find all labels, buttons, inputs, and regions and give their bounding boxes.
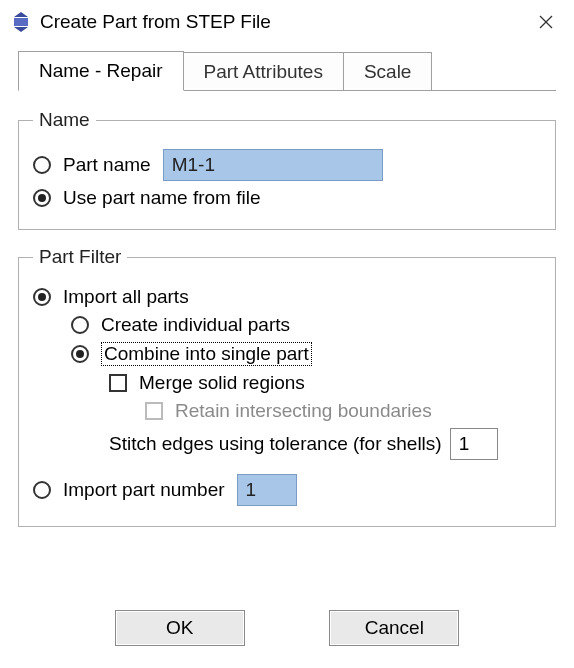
- row-retain-boundaries: Retain intersecting boundaries: [145, 400, 541, 422]
- svg-marker-2: [14, 27, 28, 32]
- radio-part-name[interactable]: [33, 156, 51, 174]
- tab-label: Scale: [364, 61, 412, 82]
- label-stitch-tolerance: Stitch edges using tolerance (for shells…: [109, 433, 442, 455]
- radio-import-number[interactable]: [33, 481, 51, 499]
- close-button[interactable]: [524, 0, 568, 44]
- ok-button-label: OK: [166, 617, 193, 639]
- tab-label: Name - Repair: [39, 60, 163, 81]
- app-icon: [10, 11, 32, 33]
- radio-use-file-name[interactable]: [33, 189, 51, 207]
- row-import-all: Import all parts: [33, 286, 541, 308]
- cancel-button[interactable]: Cancel: [329, 610, 459, 646]
- tab-part-attributes[interactable]: Part Attributes: [183, 52, 344, 91]
- label-use-file-name: Use part name from file: [63, 187, 260, 209]
- label-combine-single: Combine into single part: [101, 342, 312, 366]
- radio-create-individual[interactable]: [71, 316, 89, 334]
- input-import-number[interactable]: 1: [237, 474, 297, 506]
- row-import-number: Import part number 1: [33, 474, 541, 506]
- tab-panel-name-repair: Name Part name M1-1 Use part name from f…: [0, 91, 574, 592]
- input-stitch-tolerance[interactable]: 1: [450, 428, 498, 460]
- tab-label: Part Attributes: [204, 61, 323, 82]
- titlebar: Create Part from STEP File: [0, 0, 574, 44]
- tab-name-repair[interactable]: Name - Repair: [18, 51, 184, 91]
- dialog-title: Create Part from STEP File: [40, 11, 271, 33]
- checkbox-retain-boundaries: [145, 402, 163, 420]
- label-part-name: Part name: [63, 154, 151, 176]
- row-combine-single: Combine into single part: [71, 342, 541, 366]
- group-name: Name Part name M1-1 Use part name from f…: [18, 109, 556, 230]
- label-create-individual: Create individual parts: [101, 314, 290, 336]
- label-retain-boundaries: Retain intersecting boundaries: [175, 400, 432, 422]
- row-stitch-tolerance: Stitch edges using tolerance (for shells…: [109, 428, 541, 460]
- radio-combine-single[interactable]: [71, 345, 89, 363]
- close-icon: [538, 14, 554, 30]
- legend-part-filter: Part Filter: [33, 246, 127, 268]
- ok-button[interactable]: OK: [115, 610, 245, 646]
- row-merge-solids: Merge solid regions: [109, 372, 541, 394]
- svg-rect-1: [14, 18, 28, 26]
- group-part-filter: Part Filter Import all parts Create indi…: [18, 246, 556, 527]
- label-merge-solids: Merge solid regions: [139, 372, 305, 394]
- row-part-name: Part name M1-1: [33, 149, 541, 181]
- radio-import-all[interactable]: [33, 288, 51, 306]
- tab-scale[interactable]: Scale: [343, 52, 433, 91]
- cancel-button-label: Cancel: [365, 617, 424, 639]
- legend-name: Name: [33, 109, 96, 131]
- dialog-window: Create Part from STEP File Name - Repair…: [0, 0, 574, 668]
- checkbox-merge-solids[interactable]: [109, 374, 127, 392]
- input-part-name[interactable]: M1-1: [163, 149, 383, 181]
- button-row: OK Cancel: [0, 592, 574, 668]
- row-use-file-name: Use part name from file: [33, 187, 541, 209]
- tab-strip: Name - Repair Part Attributes Scale: [0, 44, 574, 90]
- label-import-number: Import part number: [63, 479, 225, 501]
- row-create-individual: Create individual parts: [71, 314, 541, 336]
- label-import-all: Import all parts: [63, 286, 189, 308]
- svg-marker-0: [14, 12, 28, 17]
